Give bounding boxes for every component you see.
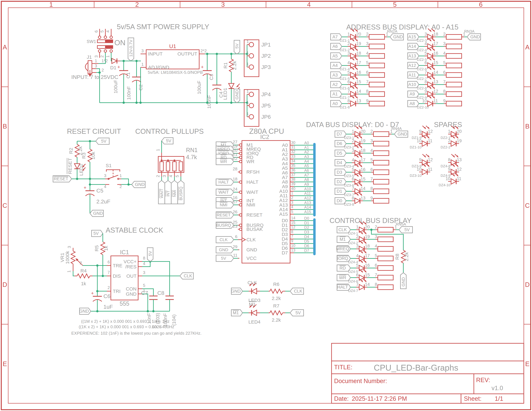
jp-pin-number: 1 [247, 62, 249, 66]
reset-net-label: RESET [54, 176, 68, 181]
led-anode-pin: 4 [356, 253, 359, 258]
frame-row-letter-left: A [3, 44, 7, 51]
cpu-pin-number: 4 [291, 205, 293, 209]
cpu-net-label: A14 [304, 205, 311, 209]
led-anode-pin: 3 [352, 148, 354, 153]
sw1-pin6: 6 [94, 30, 99, 33]
u1-pin-out-num: 2*2 [200, 48, 207, 53]
section-title: CONTROL PULLUPS [135, 127, 204, 135]
jp-pin-number: 1 [247, 89, 249, 94]
net-flag-label: A5 [332, 54, 338, 58]
cpu-pin-name: GND [247, 247, 257, 252]
j1-pin3: 3 [95, 64, 97, 68]
cpu-pin-name: WR [247, 159, 255, 164]
reset-net-flag: RESET [53, 176, 72, 182]
resistor-pin: 5 [370, 157, 373, 162]
resistor-pin: 4 [443, 51, 446, 56]
net-flag-label: D5 [337, 151, 342, 155]
cpu-net-label: A12 [304, 196, 311, 200]
cpu-pin-number: 24 [233, 187, 238, 192]
s1-pin1: 1 [120, 173, 122, 178]
clk-row-gnd-label: GND [231, 289, 241, 293]
c8-code: (104) [171, 314, 177, 326]
frame-column-number: 5 [393, 1, 397, 8]
section-title: SPARES [434, 121, 462, 128]
led-cathode-pin: 17 [361, 157, 365, 162]
c3-plus: + [201, 64, 204, 70]
drawing-frame: 1 2 3 4 5 6 A B C D E A B C D [1, 1, 531, 410]
ic1-gnd-label: GND [126, 291, 137, 297]
cpu-pin-number: 35 [291, 163, 295, 168]
r6-value: 2.2k [272, 296, 281, 301]
ic1-part: 555 [120, 300, 129, 307]
cpu-net-label: A10 [304, 187, 311, 191]
led-anode-pin: 8 [347, 99, 350, 103]
net-flag-label: A2 [332, 82, 338, 87]
led-cathode-pin: 13 [433, 79, 438, 84]
cpu-pin-number: 22 [233, 156, 238, 161]
astable-clock-section: ASTABLE CLOCK 5V R5 1k 3 2 1 VR1 1000k [60, 226, 202, 336]
cpu-pin-number: 33 [291, 154, 295, 158]
cpu-pin-number: 1 [291, 191, 293, 195]
net-flag-label: D0 [337, 198, 342, 203]
led-ref: DZ4-10 [439, 183, 450, 187]
cpu-pin-number: 9 [291, 239, 293, 243]
led-cathode-pin: 12 [428, 157, 433, 162]
led-cathode-pin: 14 [356, 89, 361, 94]
resistor-network-ref: RN3A [464, 29, 475, 34]
led-cathode-pin: 15 [433, 60, 438, 65]
pullups-5v-flag: 5V [162, 138, 173, 144]
data-bus-bar [313, 218, 316, 255]
sheet-label: Sheet: [464, 395, 482, 402]
cpu-pin-flag-label: GND [219, 247, 228, 252]
u1-ref: U1 [169, 43, 176, 49]
d1-ref: D1 [110, 65, 116, 70]
control-gnd-flag: GND [400, 273, 406, 289]
rn1-pin-number: 4 [168, 175, 173, 177]
sw1-pin4: 4 [105, 30, 110, 33]
m1-row-net-label: M1 [249, 301, 256, 307]
cpu-net-label: D4 [304, 235, 309, 239]
cpu-pin-number: 13 [291, 248, 295, 252]
led-cathode-pin: 20 [356, 32, 361, 37]
pullup-net-label: NMI [172, 190, 177, 197]
net-flag-label: A0 [332, 101, 338, 106]
cpu-ref: IC2 [260, 134, 269, 140]
cpu-pin-flag-label: WR [220, 159, 227, 164]
cpu-pin-number: 30 [291, 140, 295, 145]
rn1-pin-number: 2 [155, 175, 160, 177]
resistor-pin: 6 [375, 263, 377, 268]
address-bus-display: ADDRESS BUS DISPLAY: A0 - A15 A7 DZ1-1 1… [331, 23, 481, 109]
cpu-pin-number: 17 [233, 199, 238, 204]
r2-ref: R2 [68, 148, 74, 154]
power-gnd-label: GND [235, 90, 239, 100]
led-anode-pin: 7 [356, 282, 359, 287]
sw1-on-label: ON [114, 38, 125, 47]
date-label: Date: [334, 395, 349, 402]
rn1-pin1-number: 1 [155, 149, 160, 151]
c1-value: 100uF [113, 80, 118, 93]
rev-label: REV: [476, 377, 490, 384]
cpu-pin-number: 40 [291, 186, 295, 191]
net-flag-label: D4 [337, 160, 342, 165]
led-anode-pin: 2 [448, 138, 450, 143]
timer-ic1: IC1 555 6 7 2 8 4 3 5 1 TRE DIS TRI VCC+… [107, 249, 145, 307]
led-anode-pin: 1 [352, 129, 354, 134]
c6-ref: C6 [104, 293, 110, 299]
led-cathode-pin: 20 [365, 225, 370, 229]
sheet-value: 1/1 [495, 395, 503, 402]
resistor-pin: 8 [366, 89, 369, 94]
led-cathode-pin: 19 [361, 138, 365, 143]
net-flag-label: IORQ [337, 256, 348, 261]
clk-row-clk-label: CLK [294, 289, 303, 293]
vr1-pin2: 2 [80, 261, 82, 265]
net-flag-label: A7 [332, 35, 338, 39]
resistor-network-ref: RN5A [396, 222, 406, 226]
resistor-pin: 2 [366, 32, 369, 37]
r5-ref: R5 [94, 245, 99, 251]
net-flag-label: A9 [409, 91, 415, 96]
sw1-pin3: 3 [94, 55, 99, 58]
led-anode-pin: 6 [352, 177, 354, 182]
cpu-pin-number: 29 [233, 244, 238, 249]
c6-value: 1uF [104, 304, 113, 310]
